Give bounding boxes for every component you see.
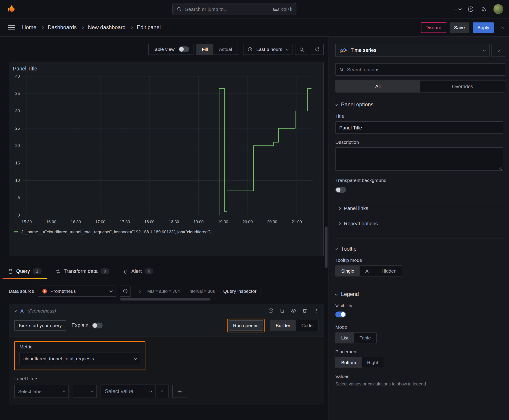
horizontal-scrollbar[interactable]	[120, 298, 210, 300]
collapse-toolbar-icon[interactable]	[500, 26, 504, 30]
legend-visibility-switch[interactable]	[335, 312, 346, 317]
query-options-expand-icon[interactable]	[137, 290, 140, 292]
chevron-right-icon	[338, 207, 341, 210]
placement-bottom-option[interactable]: Bottom	[336, 357, 362, 368]
chevron-down-icon	[286, 47, 289, 50]
kick-start-query-button[interactable]: Kick start your query	[14, 320, 66, 331]
remove-filter-button[interactable]	[156, 385, 168, 398]
legend-list-option[interactable]: List	[336, 333, 354, 343]
alert-count-badge: 0	[144, 268, 153, 274]
tab-query[interactable]: Query 1	[3, 264, 47, 279]
metric-select[interactable]: cloudflared_tunnel_total_requests	[20, 352, 140, 365]
svg-text:19:30: 19:30	[218, 220, 228, 224]
time-series-chart[interactable]: 051015202530354015:3016:0016:3017:0017:3…	[9, 72, 318, 227]
add-filter-button[interactable]	[172, 385, 187, 398]
panel-links-section[interactable]: Panel links	[335, 201, 505, 216]
legend-table-option[interactable]: Table	[354, 333, 376, 343]
collapse-options-pane-button[interactable]	[492, 44, 505, 57]
datasource-select[interactable]: Prometheus	[38, 286, 116, 297]
tooltip-single-option[interactable]: Single	[336, 266, 360, 276]
duplicate-query-icon[interactable]	[279, 308, 285, 314]
tab-transform-label: Transform data	[64, 268, 98, 274]
add-menu-button[interactable]	[452, 6, 461, 12]
breadcrumb-new-dashboard[interactable]: New dashboard	[88, 24, 125, 30]
legend-series-label[interactable]: {__name__="cloudflared_tunnel_total_requ…	[21, 230, 210, 234]
query-inspector-button[interactable]: Query inspector	[219, 286, 261, 296]
tab-transform-data[interactable]: Transform data 0	[50, 264, 114, 279]
operator-dropdown[interactable]: =	[73, 385, 97, 398]
query-toolbar: Kick start your query Explain Run querie…	[9, 317, 324, 336]
panel-title-input[interactable]	[335, 121, 503, 134]
description-textarea[interactable]	[335, 147, 503, 171]
actual-option[interactable]: Actual	[213, 44, 237, 54]
visualization-picker[interactable]: Time series	[335, 44, 489, 57]
code-option[interactable]: Code	[296, 320, 318, 331]
time-range-picker[interactable]: Last 6 hours	[243, 44, 292, 55]
drag-handle-icon[interactable]	[313, 308, 319, 314]
explain-switch[interactable]	[92, 323, 103, 329]
explain-label: Explain	[71, 323, 88, 329]
query-options-summary[interactable]: MD = auto = 704 Interval = 30s	[147, 289, 215, 294]
user-avatar[interactable]	[494, 4, 503, 14]
options-search-input[interactable]	[347, 67, 501, 72]
query-help-icon[interactable]: ?	[268, 308, 274, 314]
panel-options-header[interactable]: Panel options	[335, 102, 505, 108]
keyboard-icon	[273, 6, 279, 12]
grafana-logo-icon[interactable]	[6, 4, 17, 15]
datasource-help-button[interactable]: ?	[120, 286, 131, 297]
table-view-toggle[interactable]: Table view	[148, 44, 193, 55]
select-label-dropdown[interactable]: Select label	[14, 385, 69, 398]
chevron-down-icon	[458, 7, 461, 10]
search-bar[interactable]: ctrl+k	[172, 3, 296, 15]
help-icon[interactable]: ?	[467, 6, 474, 12]
hide-query-eye-icon[interactable]	[290, 308, 296, 314]
discard-button[interactable]: Discard	[421, 22, 446, 32]
fill-option[interactable]: Fill	[196, 44, 213, 54]
metric-highlight: Metric cloudflared_tunnel_total_requests	[14, 341, 145, 370]
breadcrumb-dashboards[interactable]: Dashboards	[48, 24, 77, 30]
table-view-label: Table view	[153, 47, 175, 52]
description-label: Description	[335, 140, 505, 145]
refresh-button[interactable]	[311, 44, 324, 55]
search-input[interactable]	[185, 6, 270, 12]
chart-legend[interactable]: {__name__="cloudflared_tunnel_total_requ…	[9, 228, 323, 234]
shortcut-hint: ctrl+k	[273, 6, 292, 12]
panel-preview: Panel Title 051015202530354015:3016:0016…	[9, 62, 324, 256]
label-filters-label: Label filters	[14, 376, 319, 381]
fill-actual-group: Fill Actual	[196, 44, 238, 55]
legend-section-header[interactable]: Legend	[335, 291, 505, 297]
transparent-background-switch[interactable]	[335, 187, 346, 193]
options-search[interactable]	[335, 63, 505, 76]
resize-handle[interactable]	[499, 167, 502, 170]
svg-text:10: 10	[15, 178, 20, 183]
close-icon	[160, 389, 164, 394]
svg-text:?: ?	[470, 8, 471, 11]
breadcrumb-home[interactable]: Home	[22, 24, 36, 30]
collapse-query-icon[interactable]	[14, 309, 17, 312]
table-view-switch[interactable]	[178, 46, 189, 52]
tab-overrides[interactable]: Overrides	[420, 81, 505, 92]
main-content: Table view Fill Actual Last 6 hours	[0, 37, 509, 420]
tab-alert[interactable]: Alert 0	[118, 264, 159, 279]
apply-button[interactable]: Apply	[473, 22, 494, 32]
panel-edit-pane: Table view Fill Actual Last 6 hours	[0, 37, 328, 420]
builder-option[interactable]: Builder	[270, 320, 296, 331]
delete-query-trash-icon[interactable]	[302, 308, 307, 314]
run-queries-button[interactable]: Run queries	[228, 320, 263, 331]
repeat-options-section[interactable]: Repeat options	[335, 216, 505, 231]
tooltip-all-option[interactable]: All	[360, 266, 376, 276]
search-icon	[339, 67, 344, 72]
news-rss-icon[interactable]	[480, 6, 487, 12]
select-value-dropdown[interactable]: Select value	[101, 385, 156, 398]
svg-text:0: 0	[17, 213, 20, 218]
vertical-scrollbar[interactable]	[325, 227, 327, 268]
zoom-out-button[interactable]	[295, 44, 308, 55]
chevron-down-icon	[335, 103, 338, 106]
save-button[interactable]: Save	[449, 22, 469, 32]
placement-right-option[interactable]: Right	[362, 357, 384, 368]
tab-all[interactable]: All	[336, 81, 420, 92]
menu-icon[interactable]	[8, 25, 15, 30]
query-row-header[interactable]: A (Prometheus) ?	[9, 304, 324, 317]
tooltip-section-header[interactable]: Tooltip	[335, 246, 505, 252]
tooltip-hidden-option[interactable]: Hidden	[376, 266, 402, 276]
